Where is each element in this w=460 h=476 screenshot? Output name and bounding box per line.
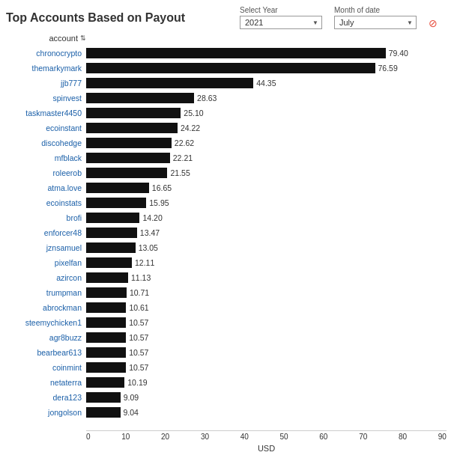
bar-value: 22.21 (173, 153, 193, 162)
bar-label: abrockman (0, 303, 86, 312)
year-label: Select Year (240, 6, 322, 14)
bar-fill (86, 347, 126, 358)
account-col-label: account ⇅ (6, 34, 92, 43)
bar-value: 13.47 (140, 228, 160, 237)
bar-value: 11.13 (131, 273, 151, 282)
bar-track: 10.61 (86, 300, 457, 314)
bar-row: jznsamuel13.05 (0, 240, 457, 254)
sort-icon[interactable]: ⇅ (80, 34, 86, 42)
x-ticks: 0102030405060708090 (86, 430, 447, 441)
month-label: Month of date (334, 6, 417, 14)
bar-track: 10.57 (86, 360, 457, 374)
bar-label: bearbear613 (0, 348, 86, 357)
bar-row: ecoinstats15.95 (0, 195, 457, 210)
bar-value: 15.95 (149, 198, 169, 207)
bar-label: steemychicken1 (0, 318, 86, 327)
bar-track: 24.22 (86, 120, 457, 135)
bar-row: mfblack22.21 (0, 150, 457, 165)
bar-label: discohedge (0, 138, 86, 147)
x-tick: 70 (359, 433, 367, 441)
bar-fill (86, 317, 126, 328)
bar-track: 28.63 (86, 91, 457, 105)
bar-fill (86, 332, 126, 343)
bar-label: coinmint (0, 363, 86, 372)
bar-fill (86, 48, 386, 58)
bar-label: mfblack (0, 153, 86, 162)
bar-row: dera1239.09 (0, 390, 457, 404)
x-tick: 0 (86, 433, 91, 441)
bar-track: 76.59 (86, 61, 457, 75)
bar-label: jongolson (0, 408, 86, 417)
bar-fill (86, 123, 178, 133)
x-tick: 10 (121, 433, 130, 441)
bar-label: trumpman (0, 288, 86, 297)
bar-fill (86, 287, 127, 298)
bar-fill (86, 138, 172, 148)
bar-track: 79.40 (86, 46, 457, 60)
bar-row: abrockman10.61 (0, 300, 457, 314)
bar-row: steemychicken110.57 (0, 315, 457, 329)
bar-row: trumpman10.71 (0, 285, 457, 299)
bar-value: 10.57 (129, 318, 148, 327)
bar-value: 22.62 (175, 138, 194, 147)
bar-track: 10.71 (86, 285, 457, 299)
bar-label: enforcer48 (0, 228, 86, 237)
bar-value: 16.65 (152, 183, 172, 192)
filters-area: Select Year 2019202020212022 Month of da… (240, 6, 438, 29)
bar-value: 9.09 (124, 393, 139, 402)
bar-row: ecoinstant24.22 (0, 120, 457, 135)
bar-track: 13.05 (86, 240, 457, 254)
account-header: account ⇅ (0, 34, 460, 46)
bar-row: themarkymark76.59 (0, 61, 457, 75)
bar-label: netaterra (0, 378, 86, 387)
bar-track: 10.57 (86, 315, 457, 329)
bar-track: 9.09 (86, 390, 457, 404)
bar-row: jjb77744.35 (0, 76, 457, 90)
year-select[interactable]: 2019202020212022 (240, 16, 322, 29)
x-tick: 80 (399, 433, 407, 441)
x-tick: 20 (161, 433, 169, 441)
bar-fill (86, 213, 139, 223)
bar-value: 79.40 (389, 49, 408, 58)
bar-track: 16.65 (86, 180, 457, 195)
main-container: Top Accounts Based on Payout Select Year… (0, 0, 460, 476)
bar-label: agr8buzz (0, 333, 86, 342)
bar-track: 9.04 (86, 405, 457, 419)
x-tick: 50 (280, 433, 288, 441)
bar-track: 13.47 (86, 225, 457, 239)
month-select[interactable]: JanuaryFebruaryMarchAprilMayJuneJulyAugu… (334, 16, 417, 29)
bars-container[interactable]: chronocrypto79.40themarkymark76.59jjb777… (0, 46, 460, 427)
page-title: Top Accounts Based on Payout (6, 11, 185, 25)
filter-icon[interactable]: ⊘ (429, 17, 438, 29)
bar-row: jongolson9.04 (0, 405, 457, 419)
bar-fill (86, 242, 136, 253)
bar-label: spinvest (0, 94, 86, 103)
bar-label: ecoinstant (0, 123, 86, 132)
bar-value: 25.10 (184, 109, 203, 118)
bar-value: 24.22 (181, 123, 200, 132)
bar-row: azircon11.13 (0, 270, 457, 284)
bar-label: jznsamuel (0, 243, 86, 252)
bar-label: taskmaster4450 (0, 109, 86, 118)
bar-value: 10.57 (129, 348, 148, 357)
bar-label: azircon (0, 273, 86, 282)
month-select-wrapper: JanuaryFebruaryMarchAprilMayJuneJulyAugu… (334, 16, 417, 29)
x-tick: 60 (319, 433, 327, 441)
bar-value: 21.55 (170, 168, 190, 177)
bar-track: 15.95 (86, 195, 457, 210)
bar-track: 44.35 (86, 76, 457, 90)
bar-fill (86, 377, 124, 388)
header-row: Top Accounts Based on Payout Select Year… (0, 6, 460, 29)
x-tick: 40 (240, 433, 249, 441)
bar-row: agr8buzz10.57 (0, 330, 457, 344)
bar-fill (86, 168, 167, 178)
bar-row: spinvest28.63 (0, 91, 457, 105)
chart-area: account ⇅ chronocrypto79.40themarkymark7… (0, 34, 460, 427)
bar-fill (86, 63, 375, 73)
x-tick: 30 (201, 433, 209, 441)
bar-value: 10.61 (129, 303, 148, 312)
bar-row: coinmint10.57 (0, 360, 457, 374)
bar-fill (86, 362, 126, 373)
bar-label: roleerob (0, 168, 86, 177)
bar-track: 21.55 (86, 165, 457, 180)
